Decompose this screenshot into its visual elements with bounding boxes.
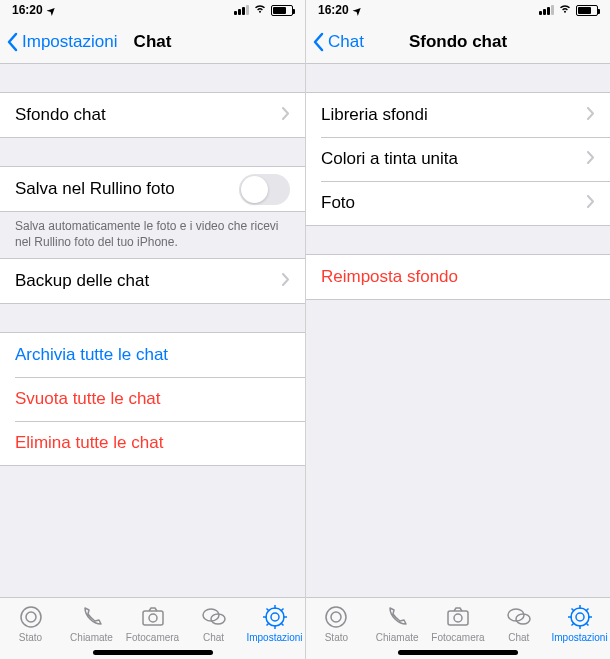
svg-point-16 [326, 607, 346, 627]
phone-icon [384, 604, 410, 630]
content: Sfondo chat Salva nel Rullino foto Salva… [0, 64, 305, 597]
tab-chat[interactable]: Chat [184, 604, 244, 643]
tab-chiamate[interactable]: Chiamate [367, 604, 427, 643]
back-button[interactable]: Chat [306, 32, 364, 52]
row-label: Libreria sfondi [321, 105, 428, 125]
tab-label: Impostazioni [246, 632, 302, 643]
tab-label: Chat [508, 632, 529, 643]
location-icon: ➤ [350, 3, 363, 16]
svg-point-19 [454, 614, 462, 622]
tab-stato[interactable]: Stato [306, 604, 366, 643]
svg-point-3 [149, 614, 157, 622]
signal-icon [539, 5, 554, 15]
status-time: 16:20 [12, 3, 43, 17]
row-label: Colori a tinta unita [321, 149, 458, 169]
row-label: Reimposta sfondo [321, 267, 458, 287]
switch-salva-rullino[interactable] [239, 174, 290, 205]
svg-line-29 [585, 623, 588, 626]
phone-icon [79, 604, 105, 630]
svg-point-1 [26, 612, 36, 622]
nav-title: Sfondo chat [409, 32, 507, 52]
screen-sfondo-chat: 16:20 ➤ Chat Sfondo chat Libreria sfondi… [305, 0, 610, 659]
tab-label: Chiamate [376, 632, 419, 643]
chevron-right-icon [587, 193, 595, 213]
tab-label: Stato [19, 632, 42, 643]
camera-icon [445, 604, 471, 630]
gear-icon [262, 604, 288, 630]
svg-line-15 [266, 623, 269, 626]
svg-line-30 [585, 609, 588, 612]
status-bar: 16:20 ➤ [306, 0, 610, 20]
tab-chiamate[interactable]: Chiamate [62, 604, 122, 643]
tab-label: Chiamate [70, 632, 113, 643]
screen-chat-settings: 16:20 ➤ Impostazioni Chat Sfondo chat Sa… [0, 0, 305, 659]
tab-fotocamera[interactable]: Fotocamera [123, 604, 183, 643]
row-label: Svuota tutte le chat [15, 389, 161, 409]
home-indicator[interactable] [398, 650, 518, 655]
wifi-icon [558, 3, 572, 17]
svg-rect-18 [448, 611, 468, 625]
status-time: 16:20 [318, 3, 349, 17]
tab-label: Fotocamera [431, 632, 484, 643]
tab-label: Chat [203, 632, 224, 643]
row-label: Salva nel Rullino foto [15, 179, 175, 199]
svg-line-31 [571, 623, 574, 626]
footer-salva: Salva automaticamente le foto e i video … [0, 212, 305, 258]
tab-stato[interactable]: Stato [1, 604, 61, 643]
row-label: Backup delle chat [15, 271, 149, 291]
row-elimina-tutte[interactable]: Elimina tutte le chat [0, 421, 305, 465]
tab-impostazioni[interactable]: Impostazioni [550, 604, 610, 643]
back-label: Impostazioni [22, 32, 117, 52]
home-indicator[interactable] [93, 650, 213, 655]
row-label: Foto [321, 193, 355, 213]
back-label: Chat [328, 32, 364, 52]
svg-line-13 [280, 623, 283, 626]
row-libreria-sfondi[interactable]: Libreria sfondi [306, 93, 610, 137]
status-icon [323, 604, 349, 630]
tab-label: Fotocamera [126, 632, 179, 643]
chat-icon [201, 604, 227, 630]
nav-bar: Chat Sfondo chat [306, 20, 610, 64]
camera-icon [140, 604, 166, 630]
gear-icon [567, 604, 593, 630]
location-icon: ➤ [44, 3, 57, 16]
chat-icon [506, 604, 532, 630]
chevron-right-icon [282, 271, 290, 291]
row-label: Sfondo chat [15, 105, 106, 125]
nav-title: Chat [134, 32, 172, 52]
svg-rect-2 [143, 611, 163, 625]
row-sfondo-chat[interactable]: Sfondo chat [0, 93, 305, 137]
status-icon [18, 604, 44, 630]
row-backup-chat[interactable]: Backup delle chat [0, 259, 305, 303]
tab-impostazioni[interactable]: Impostazioni [245, 604, 305, 643]
back-button[interactable]: Impostazioni [0, 32, 117, 52]
svg-line-12 [266, 609, 269, 612]
row-svuota-tutte[interactable]: Svuota tutte le chat [0, 377, 305, 421]
svg-point-23 [576, 613, 584, 621]
battery-icon [576, 5, 598, 16]
battery-icon [271, 5, 293, 16]
svg-point-7 [271, 613, 279, 621]
status-bar: 16:20 ➤ [0, 0, 305, 20]
signal-icon [234, 5, 249, 15]
tab-fotocamera[interactable]: Fotocamera [428, 604, 488, 643]
svg-line-14 [280, 609, 283, 612]
svg-point-0 [21, 607, 41, 627]
chevron-right-icon [587, 105, 595, 125]
row-salva-rullino[interactable]: Salva nel Rullino foto [0, 167, 305, 211]
row-colori-tinta[interactable]: Colori a tinta unita [306, 137, 610, 181]
row-reimposta-sfondo[interactable]: Reimposta sfondo [306, 255, 610, 299]
nav-bar: Impostazioni Chat [0, 20, 305, 64]
chevron-right-icon [282, 105, 290, 125]
row-label: Elimina tutte le chat [15, 433, 163, 453]
wifi-icon [253, 3, 267, 17]
tab-label: Stato [325, 632, 348, 643]
content: Libreria sfondi Colori a tinta unita Fot… [306, 64, 610, 597]
tab-chat[interactable]: Chat [489, 604, 549, 643]
svg-point-17 [331, 612, 341, 622]
row-foto[interactable]: Foto [306, 181, 610, 225]
row-label: Archivia tutte le chat [15, 345, 168, 365]
chevron-right-icon [587, 149, 595, 169]
tab-label: Impostazioni [552, 632, 608, 643]
row-archivia-tutte[interactable]: Archivia tutte le chat [0, 333, 305, 377]
